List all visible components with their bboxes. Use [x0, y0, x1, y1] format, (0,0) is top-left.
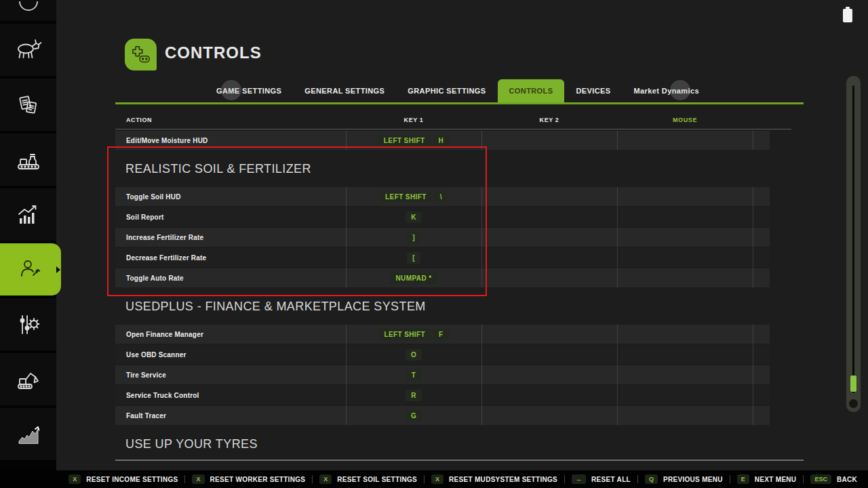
- documents-icon: [15, 92, 42, 119]
- key1-binding-cell[interactable]: ]: [346, 232, 481, 243]
- key1-binding-cell[interactable]: LEFT SHIFTF: [346, 329, 481, 340]
- production-conveyor-icon: [15, 146, 42, 174]
- column-divider: [346, 325, 347, 425]
- tab-controls[interactable]: CONTROLS: [498, 79, 565, 102]
- action-label: Open Finance Manager: [115, 331, 346, 338]
- section-title-usedplus-finance-marketplace-system: USEDPLUS - FINANCE & MARKETPLACE SYSTEM: [125, 300, 804, 314]
- sidebar-item-statistics[interactable]: [0, 188, 56, 241]
- key-badge: G: [406, 410, 422, 422]
- page-title: CONTROLS: [165, 43, 262, 62]
- section-rows: Open Finance ManagerLEFT SHIFTFUse OBD S…: [115, 325, 770, 425]
- key-hint-badge: ↔: [572, 474, 586, 484]
- key1-binding-cell[interactable]: NUMPAD *: [346, 272, 481, 284]
- table-row[interactable]: Increase Fertilizer Rate]: [115, 228, 770, 247]
- bottom-action-next-menu[interactable]: ENEXT MENU: [730, 474, 804, 484]
- column-divider: [617, 131, 618, 150]
- key-badge: LEFT SHIFT: [378, 329, 431, 340]
- key1-binding-cell[interactable]: K: [346, 211, 481, 223]
- key-hint-badge: X: [319, 474, 332, 484]
- bottom-action-reset-soil-settings[interactable]: XRESET SOIL SETTINGS: [313, 474, 424, 484]
- action-label: RESET SOIL SETTINGS: [337, 476, 417, 483]
- action-label: RESET MUDSYSTEM SETTINGS: [449, 476, 557, 483]
- table-row[interactable]: Open Finance ManagerLEFT SHIFTF: [115, 325, 770, 344]
- key1-binding-cell[interactable]: G: [346, 410, 481, 422]
- action-label: Service Truck Control: [115, 392, 346, 399]
- scrollbar[interactable]: [846, 76, 861, 412]
- key-badge: H: [433, 135, 450, 146]
- key1-binding-cell[interactable]: T: [346, 369, 481, 381]
- cow-icon: [15, 37, 42, 64]
- key1-binding-cell[interactable]: O: [346, 349, 481, 361]
- action-label: RESET ALL: [591, 476, 631, 483]
- key-badge: [: [407, 252, 420, 264]
- key1-binding-cell[interactable]: R: [346, 390, 481, 401]
- key1-binding-cell[interactable]: [: [346, 252, 481, 264]
- action-label: Increase Fertilizer Rate: [115, 234, 346, 241]
- action-label: PREVIOUS MENU: [663, 476, 723, 483]
- bottom-action-reset-all[interactable]: ↔RESET ALL: [565, 474, 637, 484]
- bottom-action-reset-worker-settings[interactable]: XRESET WORKER SETTINGS: [185, 474, 312, 484]
- column-divider: [346, 187, 347, 287]
- table-row[interactable]: Soil ReportK: [115, 207, 770, 226]
- sidebar-item-animals[interactable]: [0, 24, 56, 76]
- section-rows: Toggle Soil HUDLEFT SHIFT\Soil ReportKIn…: [115, 187, 770, 287]
- tab-nav-dot-left[interactable]: [221, 80, 241, 100]
- action-label: BACK: [837, 476, 857, 483]
- column-divider: [481, 187, 482, 287]
- key-badge: F: [433, 329, 449, 340]
- sidebar-item-contracts[interactable]: [0, 79, 56, 131]
- table-row[interactable]: Tire ServiceT: [115, 365, 770, 384]
- scrollbar-thumb[interactable]: [850, 375, 856, 392]
- bottom-action-reset-income-settings[interactable]: XRESET INCOME SETTINGS: [62, 474, 184, 484]
- action-label: Toggle Auto Rate: [115, 274, 346, 282]
- tab-nav-dot-right[interactable]: [670, 80, 690, 100]
- sidebar-item-economy[interactable]: [0, 408, 56, 460]
- tab-market-dynamics[interactable]: Market Dynamics: [623, 79, 711, 102]
- action-label: Edit/Move Moisture HUD: [115, 137, 346, 144]
- key-badge: LEFT SHIFT: [380, 191, 432, 203]
- column-divider: [481, 131, 482, 150]
- column-divider: [753, 187, 753, 287]
- key-hint-badge: X: [68, 474, 81, 484]
- bottom-action-back[interactable]: ESCBACK: [804, 474, 864, 484]
- tab-general-settings[interactable]: GENERAL SETTINGS: [293, 79, 396, 102]
- tab-underline: [115, 102, 804, 104]
- column-divider: [753, 131, 753, 150]
- sidebar-item-production[interactable]: [0, 134, 56, 186]
- key1-binding-cell[interactable]: LEFT SHIFTH: [346, 135, 481, 146]
- sidebar-item-tuning[interactable]: [0, 298, 56, 350]
- action-label: Toggle Soil HUD: [115, 193, 346, 201]
- sidebar-item-clock[interactable]: [0, 0, 56, 21]
- table-row[interactable]: Decrease Fertilizer Rate[: [115, 248, 770, 267]
- tab-graphic-settings[interactable]: GRAPHIC SETTINGS: [396, 79, 497, 102]
- tab-game-settings[interactable]: GAME SETTINGS: [205, 79, 293, 102]
- tuning-sliders-gear-icon: [15, 311, 42, 338]
- bottom-action-previous-menu[interactable]: QPREVIOUS MENU: [638, 474, 730, 484]
- table-row[interactable]: Toggle Auto RateNUMPAD *: [115, 268, 770, 287]
- key1-binding-cell[interactable]: LEFT SHIFT\: [346, 191, 481, 203]
- header-divider: [115, 129, 791, 129]
- scrollbar-track[interactable]: [852, 85, 854, 393]
- column-key2: KEY 2: [481, 117, 617, 127]
- table-row[interactable]: Use OBD ScannerO: [115, 345, 770, 364]
- table-row[interactable]: Service Truck ControlR: [115, 386, 770, 405]
- key-badge: \: [435, 191, 448, 203]
- sidebar-item-construction[interactable]: [0, 353, 56, 405]
- section-divider: [115, 460, 804, 461]
- sidebar-item-workers[interactable]: [0, 243, 61, 296]
- table-body: Edit/Move Moisture HUDLEFT SHIFTHREALIST…: [115, 131, 804, 468]
- key-hint-badge: X: [431, 474, 443, 484]
- table-row[interactable]: Toggle Soil HUDLEFT SHIFT\: [115, 187, 770, 206]
- bottom-action-reset-mudsystem-settings[interactable]: XRESET MUDSYSTEM SETTINGS: [425, 474, 564, 484]
- table-row[interactable]: Fault TracerG: [115, 406, 770, 425]
- tab-devices[interactable]: DEVICES: [564, 79, 622, 102]
- statistics-bars-icon: [15, 201, 42, 228]
- column-action: ACTION: [115, 117, 346, 127]
- table-column-header: ACTION KEY 1 KEY 2 MOUSE: [115, 117, 791, 127]
- key-hint-badge: E: [737, 474, 749, 484]
- column-key1: KEY 1: [346, 117, 481, 127]
- table-row[interactable]: Edit/Move Moisture HUDLEFT SHIFTH: [115, 131, 770, 150]
- economy-graph-icon: [15, 421, 42, 448]
- bottom-action-bar: XRESET INCOME SETTINGSXRESET WORKER SETT…: [0, 470, 868, 488]
- column-mouse: MOUSE: [617, 117, 753, 127]
